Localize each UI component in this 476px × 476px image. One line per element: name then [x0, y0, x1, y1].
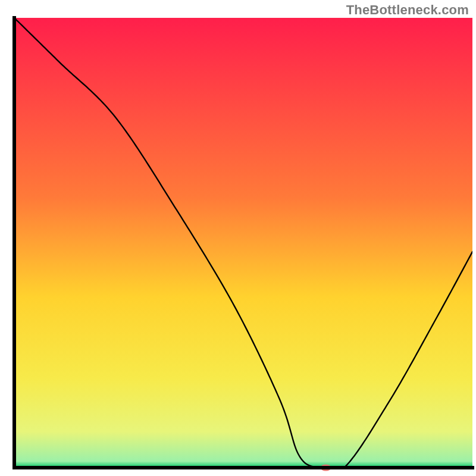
bottleneck-chart [0, 0, 476, 476]
chart-frame: TheBottleneck.com [0, 0, 476, 476]
plot-background [14, 18, 472, 468]
attribution-label: TheBottleneck.com [346, 2, 469, 18]
